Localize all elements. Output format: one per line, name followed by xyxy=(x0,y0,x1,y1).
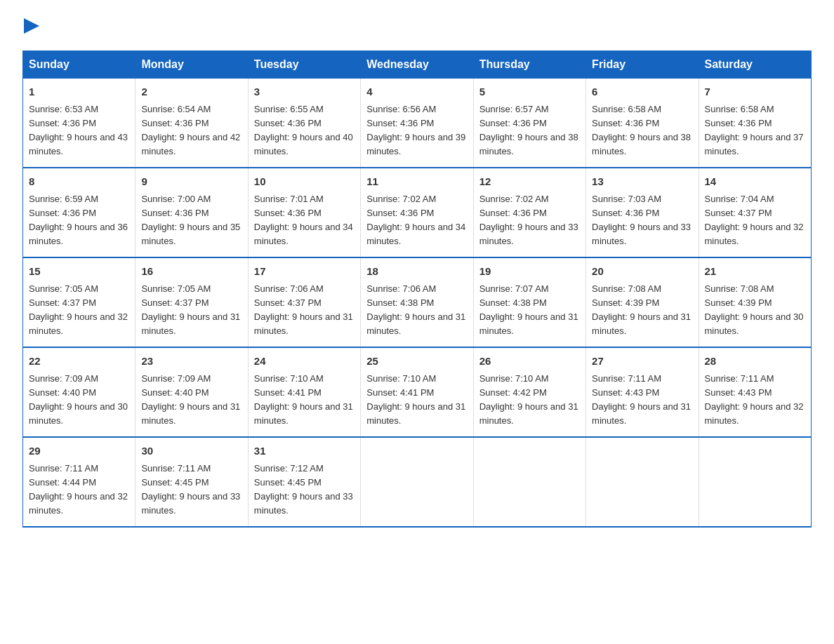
cell-detail: Sunrise: 6:54 AMSunset: 4:36 PMDaylight:… xyxy=(141,104,240,156)
cell-detail: Sunrise: 7:11 AMSunset: 4:43 PMDaylight:… xyxy=(705,373,804,426)
day-number: 7 xyxy=(705,84,805,100)
day-number: 24 xyxy=(254,354,355,370)
calendar-week-row: 1Sunrise: 6:53 AMSunset: 4:36 PMDaylight… xyxy=(23,79,812,168)
day-number: 28 xyxy=(705,354,805,370)
table-row: 8Sunrise: 6:59 AMSunset: 4:36 PMDaylight… xyxy=(23,168,135,257)
table-row: 18Sunrise: 7:06 AMSunset: 4:38 PMDayligh… xyxy=(361,257,473,347)
day-number: 13 xyxy=(592,174,692,190)
cell-detail: Sunrise: 7:01 AMSunset: 4:36 PMDaylight:… xyxy=(254,194,353,246)
table-row xyxy=(361,437,473,527)
cell-detail: Sunrise: 6:58 AMSunset: 4:36 PMDaylight:… xyxy=(705,104,804,156)
logo xyxy=(22,17,39,38)
day-number: 11 xyxy=(366,174,467,190)
cell-detail: Sunrise: 6:56 AMSunset: 4:36 PMDaylight:… xyxy=(366,104,465,156)
col-saturday: Saturday xyxy=(699,51,811,79)
day-number: 26 xyxy=(479,354,580,370)
day-number: 20 xyxy=(592,264,692,280)
table-row: 13Sunrise: 7:03 AMSunset: 4:36 PMDayligh… xyxy=(586,168,699,257)
day-number: 2 xyxy=(141,84,241,100)
day-number: 29 xyxy=(29,443,129,459)
day-number: 17 xyxy=(254,264,355,280)
day-number: 10 xyxy=(254,174,355,190)
calendar-week-row: 29Sunrise: 7:11 AMSunset: 4:44 PMDayligh… xyxy=(23,437,812,527)
day-number: 16 xyxy=(141,264,241,280)
cell-detail: Sunrise: 7:10 AMSunset: 4:41 PMDaylight:… xyxy=(366,373,465,426)
day-number: 14 xyxy=(705,174,805,190)
table-row: 26Sunrise: 7:10 AMSunset: 4:42 PMDayligh… xyxy=(473,347,585,437)
day-number: 4 xyxy=(366,84,467,100)
table-row xyxy=(699,437,811,527)
day-number: 22 xyxy=(29,354,129,370)
day-number: 1 xyxy=(29,84,129,100)
cell-detail: Sunrise: 7:02 AMSunset: 4:36 PMDaylight:… xyxy=(366,194,465,246)
table-row: 23Sunrise: 7:09 AMSunset: 4:40 PMDayligh… xyxy=(135,347,248,437)
col-sunday: Sunday xyxy=(23,51,135,79)
day-number: 31 xyxy=(254,443,355,459)
table-row: 15Sunrise: 7:05 AMSunset: 4:37 PMDayligh… xyxy=(23,257,135,347)
day-number: 18 xyxy=(366,264,467,280)
day-number: 6 xyxy=(592,84,692,100)
day-number: 30 xyxy=(141,443,241,459)
day-number: 27 xyxy=(592,354,692,370)
table-row: 9Sunrise: 7:00 AMSunset: 4:36 PMDaylight… xyxy=(135,168,248,257)
cell-detail: Sunrise: 7:05 AMSunset: 4:37 PMDaylight:… xyxy=(141,283,240,336)
cell-detail: Sunrise: 7:11 AMSunset: 4:43 PMDaylight:… xyxy=(592,373,691,426)
calendar-week-row: 8Sunrise: 6:59 AMSunset: 4:36 PMDaylight… xyxy=(23,168,812,257)
cell-detail: Sunrise: 7:08 AMSunset: 4:39 PMDaylight:… xyxy=(592,283,691,336)
cell-detail: Sunrise: 6:57 AMSunset: 4:36 PMDaylight:… xyxy=(479,104,578,156)
day-number: 15 xyxy=(29,264,129,280)
cell-detail: Sunrise: 7:09 AMSunset: 4:40 PMDaylight:… xyxy=(141,373,240,426)
table-row: 19Sunrise: 7:07 AMSunset: 4:38 PMDayligh… xyxy=(473,257,585,347)
cell-detail: Sunrise: 7:05 AMSunset: 4:37 PMDaylight:… xyxy=(29,283,128,336)
day-number: 5 xyxy=(479,84,580,100)
table-row: 14Sunrise: 7:04 AMSunset: 4:37 PMDayligh… xyxy=(699,168,811,257)
table-row: 25Sunrise: 7:10 AMSunset: 4:41 PMDayligh… xyxy=(361,347,473,437)
table-row: 7Sunrise: 6:58 AMSunset: 4:36 PMDaylight… xyxy=(699,79,811,168)
cell-detail: Sunrise: 7:10 AMSunset: 4:41 PMDaylight:… xyxy=(254,373,353,426)
table-row: 6Sunrise: 6:58 AMSunset: 4:36 PMDaylight… xyxy=(586,79,699,168)
col-thursday: Thursday xyxy=(473,51,585,79)
table-row: 20Sunrise: 7:08 AMSunset: 4:39 PMDayligh… xyxy=(586,257,699,347)
cell-detail: Sunrise: 7:09 AMSunset: 4:40 PMDaylight:… xyxy=(29,373,128,426)
table-row: 31Sunrise: 7:12 AMSunset: 4:45 PMDayligh… xyxy=(248,437,360,527)
table-row: 28Sunrise: 7:11 AMSunset: 4:43 PMDayligh… xyxy=(699,347,811,437)
table-row: 1Sunrise: 6:53 AMSunset: 4:36 PMDaylight… xyxy=(23,79,135,168)
cell-detail: Sunrise: 6:53 AMSunset: 4:36 PMDaylight:… xyxy=(29,104,128,156)
day-number: 3 xyxy=(254,84,355,100)
table-row: 21Sunrise: 7:08 AMSunset: 4:39 PMDayligh… xyxy=(699,257,811,347)
table-row: 30Sunrise: 7:11 AMSunset: 4:45 PMDayligh… xyxy=(135,437,248,527)
calendar-header-row: Sunday Monday Tuesday Wednesday Thursday… xyxy=(23,51,812,79)
page-header xyxy=(22,17,812,38)
table-row: 4Sunrise: 6:56 AMSunset: 4:36 PMDaylight… xyxy=(361,79,473,168)
table-row: 10Sunrise: 7:01 AMSunset: 4:36 PMDayligh… xyxy=(248,168,360,257)
table-row: 2Sunrise: 6:54 AMSunset: 4:36 PMDaylight… xyxy=(135,79,248,168)
calendar-week-row: 22Sunrise: 7:09 AMSunset: 4:40 PMDayligh… xyxy=(23,347,812,437)
cell-detail: Sunrise: 7:10 AMSunset: 4:42 PMDaylight:… xyxy=(479,373,578,426)
cell-detail: Sunrise: 6:59 AMSunset: 4:36 PMDaylight:… xyxy=(29,194,128,246)
col-friday: Friday xyxy=(586,51,699,79)
logo-arrow-icon xyxy=(24,17,39,35)
table-row: 27Sunrise: 7:11 AMSunset: 4:43 PMDayligh… xyxy=(586,347,699,437)
cell-detail: Sunrise: 7:11 AMSunset: 4:44 PMDaylight:… xyxy=(29,463,128,516)
cell-detail: Sunrise: 6:58 AMSunset: 4:36 PMDaylight:… xyxy=(592,104,691,156)
col-wednesday: Wednesday xyxy=(361,51,473,79)
table-row: 12Sunrise: 7:02 AMSunset: 4:36 PMDayligh… xyxy=(473,168,585,257)
cell-detail: Sunrise: 7:08 AMSunset: 4:39 PMDaylight:… xyxy=(705,283,804,336)
day-number: 21 xyxy=(705,264,805,280)
cell-detail: Sunrise: 7:02 AMSunset: 4:36 PMDaylight:… xyxy=(479,194,578,246)
cell-detail: Sunrise: 7:07 AMSunset: 4:38 PMDaylight:… xyxy=(479,283,578,336)
table-row xyxy=(473,437,585,527)
table-row: 5Sunrise: 6:57 AMSunset: 4:36 PMDaylight… xyxy=(473,79,585,168)
cell-detail: Sunrise: 6:55 AMSunset: 4:36 PMDaylight:… xyxy=(254,104,353,156)
day-number: 9 xyxy=(141,174,241,190)
day-number: 25 xyxy=(366,354,467,370)
table-row: 16Sunrise: 7:05 AMSunset: 4:37 PMDayligh… xyxy=(135,257,248,347)
cell-detail: Sunrise: 7:06 AMSunset: 4:38 PMDaylight:… xyxy=(366,283,465,336)
cell-detail: Sunrise: 7:04 AMSunset: 4:37 PMDaylight:… xyxy=(705,194,804,246)
table-row: 29Sunrise: 7:11 AMSunset: 4:44 PMDayligh… xyxy=(23,437,135,527)
table-row: 22Sunrise: 7:09 AMSunset: 4:40 PMDayligh… xyxy=(23,347,135,437)
table-row xyxy=(586,437,699,527)
table-row: 24Sunrise: 7:10 AMSunset: 4:41 PMDayligh… xyxy=(248,347,360,437)
svg-marker-0 xyxy=(24,18,39,34)
calendar-week-row: 15Sunrise: 7:05 AMSunset: 4:37 PMDayligh… xyxy=(23,257,812,347)
